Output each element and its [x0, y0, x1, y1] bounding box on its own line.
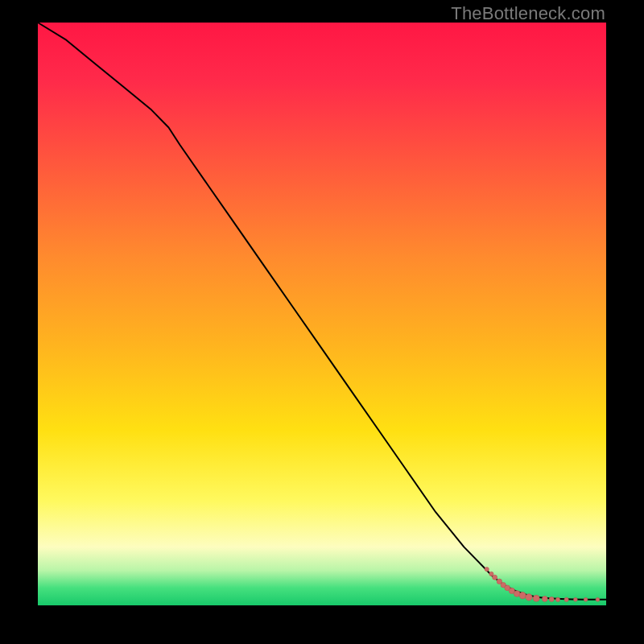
- data-point: [555, 597, 559, 601]
- data-point: [596, 597, 600, 601]
- data-point: [485, 568, 489, 572]
- chart-overlay: [38, 23, 606, 605]
- data-point: [489, 572, 493, 576]
- data-point: [519, 592, 526, 599]
- data-point: [549, 597, 554, 601]
- chart-frame: TheBottleneck.com: [0, 0, 644, 644]
- data-point: [526, 594, 532, 601]
- tail-marker-cluster: [485, 568, 600, 602]
- data-point: [493, 575, 497, 580]
- data-point: [564, 597, 568, 601]
- data-point: [574, 597, 578, 601]
- data-point: [533, 595, 539, 601]
- watermark-text: TheBottleneck.com: [451, 3, 605, 24]
- data-point: [542, 597, 547, 602]
- data-point: [584, 597, 588, 601]
- bottleneck-curve: [38, 23, 606, 600]
